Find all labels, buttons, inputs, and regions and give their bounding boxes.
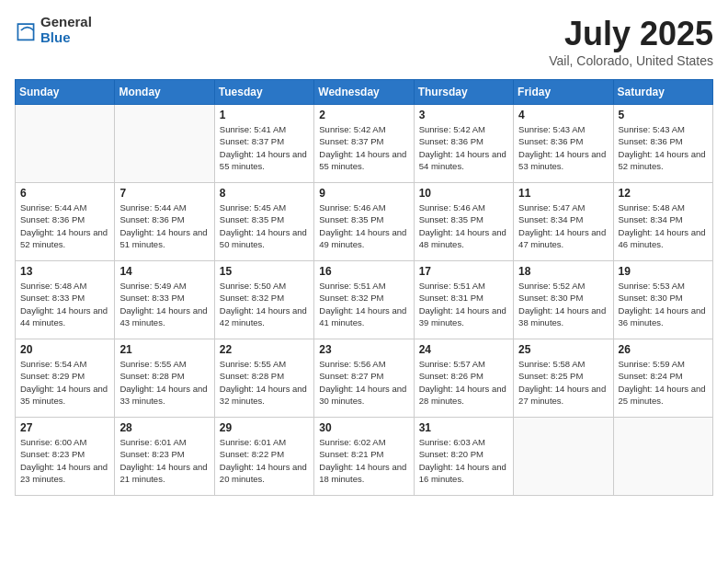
calendar-cell: 2Sunrise: 5:42 AMSunset: 8:37 PMDaylight…: [314, 105, 414, 183]
day-info: Sunrise: 6:01 AMSunset: 8:23 PMDaylight:…: [119, 436, 209, 485]
day-number: 23: [319, 343, 408, 356]
day-info: Sunrise: 6:03 AMSunset: 8:20 PMDaylight:…: [419, 436, 508, 485]
day-number: 1: [220, 109, 309, 121]
day-info: Sunrise: 5:52 AMSunset: 8:30 PMDaylight:…: [518, 280, 608, 328]
day-number: 24: [419, 343, 508, 356]
day-info: Sunrise: 5:59 AMSunset: 8:24 PMDaylight:…: [619, 358, 708, 407]
calendar-cell: 14Sunrise: 5:49 AMSunset: 8:33 PMDayligh…: [115, 261, 214, 339]
location-text: Vail, Colorado, United States: [549, 53, 713, 68]
column-header-wednesday: Wednesday: [314, 80, 414, 105]
column-header-sunday: Sunday: [16, 80, 115, 105]
day-info: Sunrise: 5:53 AMSunset: 8:30 PMDaylight:…: [619, 280, 708, 328]
day-number: 30: [319, 421, 408, 434]
day-info: Sunrise: 6:00 AMSunset: 8:23 PMDaylight:…: [20, 436, 109, 485]
day-number: 25: [518, 343, 608, 356]
day-number: 22: [220, 343, 309, 356]
calendar-cell: 31Sunrise: 6:03 AMSunset: 8:20 PMDayligh…: [414, 418, 513, 496]
svg-marker-0: [17, 24, 33, 40]
calendar-cell: 1Sunrise: 5:41 AMSunset: 8:37 PMDaylight…: [214, 105, 313, 183]
calendar-cell: 19Sunrise: 5:53 AMSunset: 8:30 PMDayligh…: [613, 261, 712, 339]
day-number: 15: [220, 265, 309, 278]
day-number: 10: [419, 187, 508, 200]
day-info: Sunrise: 5:45 AMSunset: 8:35 PMDaylight:…: [220, 201, 309, 250]
day-number: 18: [518, 265, 608, 278]
calendar-cell: 17Sunrise: 5:51 AMSunset: 8:31 PMDayligh…: [414, 261, 513, 339]
day-info: Sunrise: 5:54 AMSunset: 8:29 PMDaylight:…: [20, 358, 109, 407]
day-info: Sunrise: 5:44 AMSunset: 8:36 PMDaylight:…: [119, 201, 209, 250]
calendar-cell: 10Sunrise: 5:46 AMSunset: 8:35 PMDayligh…: [414, 183, 513, 261]
day-info: Sunrise: 5:42 AMSunset: 8:36 PMDaylight:…: [419, 123, 508, 172]
logo-icon: [15, 17, 37, 43]
column-header-tuesday: Tuesday: [214, 80, 313, 105]
calendar-cell: 26Sunrise: 5:59 AMSunset: 8:24 PMDayligh…: [613, 339, 712, 418]
calendar-cell: 7Sunrise: 5:44 AMSunset: 8:36 PMDaylight…: [115, 183, 214, 261]
calendar-cell: 13Sunrise: 5:48 AMSunset: 8:33 PMDayligh…: [16, 261, 115, 339]
day-number: 8: [220, 187, 309, 200]
calendar-cell: 29Sunrise: 6:01 AMSunset: 8:22 PMDayligh…: [214, 418, 313, 496]
logo-general-text: General: [40, 15, 92, 30]
column-header-thursday: Thursday: [414, 80, 513, 105]
week-row-4: 20Sunrise: 5:54 AMSunset: 8:29 PMDayligh…: [16, 339, 713, 418]
day-number: 21: [119, 343, 209, 356]
calendar-cell: 25Sunrise: 5:58 AMSunset: 8:25 PMDayligh…: [514, 339, 613, 418]
day-info: Sunrise: 5:44 AMSunset: 8:36 PMDaylight:…: [20, 201, 109, 250]
day-info: Sunrise: 5:48 AMSunset: 8:34 PMDaylight:…: [619, 201, 708, 250]
logo-blue-text: Blue: [40, 30, 92, 46]
calendar-cell: 23Sunrise: 5:56 AMSunset: 8:27 PMDayligh…: [314, 339, 414, 418]
calendar-cell: 30Sunrise: 6:02 AMSunset: 8:21 PMDayligh…: [314, 418, 414, 496]
page-header: General Blue July 2025 Vail, Colorado, U…: [15, 15, 713, 68]
day-info: Sunrise: 5:43 AMSunset: 8:36 PMDaylight:…: [619, 123, 708, 172]
day-number: 5: [619, 109, 708, 121]
day-info: Sunrise: 5:41 AMSunset: 8:37 PMDaylight:…: [220, 123, 309, 172]
calendar-cell: 20Sunrise: 5:54 AMSunset: 8:29 PMDayligh…: [16, 339, 115, 418]
day-info: Sunrise: 5:50 AMSunset: 8:32 PMDaylight:…: [220, 280, 309, 328]
day-number: 2: [319, 109, 408, 121]
day-number: 19: [619, 265, 708, 278]
calendar-cell: 28Sunrise: 6:01 AMSunset: 8:23 PMDayligh…: [115, 418, 214, 496]
calendar-cell: 22Sunrise: 5:55 AMSunset: 8:28 PMDayligh…: [214, 339, 313, 418]
day-info: Sunrise: 5:55 AMSunset: 8:28 PMDaylight:…: [119, 358, 209, 407]
logo-text: General Blue: [40, 15, 92, 45]
column-header-monday: Monday: [115, 80, 214, 105]
calendar-cell: 6Sunrise: 5:44 AMSunset: 8:36 PMDaylight…: [16, 183, 115, 261]
calendar-cell: 5Sunrise: 5:43 AMSunset: 8:36 PMDaylight…: [613, 105, 712, 183]
day-info: Sunrise: 5:46 AMSunset: 8:35 PMDaylight:…: [319, 201, 408, 250]
day-info: Sunrise: 5:56 AMSunset: 8:27 PMDaylight:…: [319, 358, 408, 407]
calendar-cell: 27Sunrise: 6:00 AMSunset: 8:23 PMDayligh…: [16, 418, 115, 496]
day-info: Sunrise: 5:42 AMSunset: 8:37 PMDaylight:…: [319, 123, 408, 172]
week-row-1: 1Sunrise: 5:41 AMSunset: 8:37 PMDaylight…: [16, 105, 713, 183]
day-number: 4: [518, 109, 608, 121]
calendar-cell: 3Sunrise: 5:42 AMSunset: 8:36 PMDaylight…: [414, 105, 513, 183]
week-row-2: 6Sunrise: 5:44 AMSunset: 8:36 PMDaylight…: [16, 183, 713, 261]
day-number: 29: [220, 421, 309, 434]
calendar-header-row: SundayMondayTuesdayWednesdayThursdayFrid…: [16, 80, 713, 105]
day-info: Sunrise: 5:55 AMSunset: 8:28 PMDaylight:…: [220, 358, 309, 407]
calendar-cell: [613, 418, 712, 496]
week-row-5: 27Sunrise: 6:00 AMSunset: 8:23 PMDayligh…: [16, 418, 713, 496]
calendar-cell: 4Sunrise: 5:43 AMSunset: 8:36 PMDaylight…: [514, 105, 613, 183]
day-info: Sunrise: 6:01 AMSunset: 8:22 PMDaylight:…: [220, 436, 309, 485]
title-block: July 2025 Vail, Colorado, United States: [549, 15, 713, 68]
day-info: Sunrise: 5:57 AMSunset: 8:26 PMDaylight:…: [419, 358, 508, 407]
logo: General Blue: [15, 15, 92, 45]
day-number: 27: [20, 421, 109, 434]
column-header-friday: Friday: [514, 80, 613, 105]
calendar-cell: 18Sunrise: 5:52 AMSunset: 8:30 PMDayligh…: [514, 261, 613, 339]
day-info: Sunrise: 5:47 AMSunset: 8:34 PMDaylight:…: [518, 201, 608, 250]
day-number: 20: [20, 343, 109, 356]
day-number: 12: [619, 187, 708, 200]
day-number: 7: [119, 187, 209, 200]
day-info: Sunrise: 5:51 AMSunset: 8:32 PMDaylight:…: [319, 280, 408, 328]
calendar-cell: 15Sunrise: 5:50 AMSunset: 8:32 PMDayligh…: [214, 261, 313, 339]
calendar-cell: 24Sunrise: 5:57 AMSunset: 8:26 PMDayligh…: [414, 339, 513, 418]
calendar-cell: [514, 418, 613, 496]
day-info: Sunrise: 5:43 AMSunset: 8:36 PMDaylight:…: [518, 123, 608, 172]
day-number: 14: [119, 265, 209, 278]
calendar-cell: [115, 105, 214, 183]
calendar-cell: [16, 105, 115, 183]
day-info: Sunrise: 5:46 AMSunset: 8:35 PMDaylight:…: [419, 201, 508, 250]
day-number: 16: [319, 265, 408, 278]
day-number: 6: [20, 187, 109, 200]
calendar-cell: 8Sunrise: 5:45 AMSunset: 8:35 PMDaylight…: [214, 183, 313, 261]
day-number: 13: [20, 265, 109, 278]
